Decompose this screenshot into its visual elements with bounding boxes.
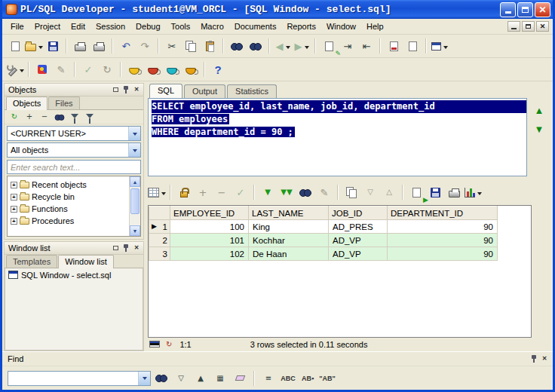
sort-descending-button[interactable]: △ xyxy=(380,183,398,201)
report-button[interactable] xyxy=(385,37,403,55)
sql-editor[interactable]: SELECT employee_id, last_name, job_id, d… xyxy=(148,98,527,176)
tree-scrollbar[interactable]: ▲ ▼ xyxy=(129,176,140,236)
edit-filter-button[interactable] xyxy=(83,111,97,123)
scrollbar-track[interactable] xyxy=(130,187,140,225)
delete-row-button[interactable]: − xyxy=(213,183,231,201)
indent-button[interactable]: ⇥ xyxy=(339,37,357,55)
menu-help[interactable]: Help xyxy=(361,20,389,32)
find-object-button[interactable] xyxy=(53,111,66,123)
cell-employee-id[interactable]: 102 xyxy=(170,247,249,261)
window-list-item[interactable]: SQL Window - select.sql xyxy=(5,268,143,281)
lock-button[interactable] xyxy=(175,183,193,201)
find-text-input[interactable] xyxy=(8,372,138,385)
print-results-button[interactable] xyxy=(445,183,463,201)
auto-refresh-icon[interactable]: ↻ xyxy=(166,341,172,348)
find-previous-button[interactable]: ▲ xyxy=(192,369,210,387)
tree-item-recent-objects[interactable]: + Recent objects xyxy=(11,179,129,191)
cell-last-name[interactable]: King xyxy=(249,220,329,234)
menu-documents[interactable]: Documents xyxy=(229,20,282,32)
processes-button[interactable] xyxy=(182,60,200,78)
schema-select[interactable]: <CURRENT USER> xyxy=(7,126,141,141)
float-panel-button[interactable] xyxy=(110,85,121,95)
regex-option-button[interactable]: ABC xyxy=(279,369,297,387)
break-button[interactable] xyxy=(33,60,51,78)
mdi-restore-button[interactable] xyxy=(522,21,535,32)
find-button[interactable] xyxy=(152,369,170,387)
pin-panel-button[interactable] xyxy=(121,85,131,95)
menu-reports[interactable]: Reports xyxy=(281,20,321,32)
find-text-combo[interactable] xyxy=(8,371,151,386)
rollback-button[interactable]: ↻ xyxy=(98,60,116,78)
list-occurrences-button[interactable]: ≡ xyxy=(259,369,278,387)
pin-panel-button[interactable] xyxy=(121,243,131,253)
tree-item-recycle-bin[interactable]: + Recycle bin xyxy=(11,191,129,203)
connect-button[interactable] xyxy=(125,60,143,78)
menu-window[interactable]: Window xyxy=(321,20,361,32)
cell-last-name[interactable]: Kochhar xyxy=(249,234,329,247)
cell-department-id[interactable]: 90 xyxy=(388,247,498,261)
object-search-input[interactable] xyxy=(8,161,140,173)
export-results-button[interactable]: ▶ xyxy=(407,183,425,201)
menu-session[interactable]: Session xyxy=(90,20,130,32)
mdi-close-button[interactable]: ✕ xyxy=(536,21,549,32)
table-row[interactable]: 2 101 Kochhar AD_VP 90 xyxy=(149,234,498,247)
dropdown-arrow-icon[interactable] xyxy=(128,143,140,157)
close-panel-button[interactable]: ✕ xyxy=(131,243,142,253)
menu-file[interactable]: File xyxy=(5,20,29,32)
row-selector-cell[interactable]: 2 xyxy=(149,234,170,247)
redo-button[interactable]: ↷ xyxy=(136,37,154,55)
find-button[interactable] xyxy=(228,37,246,55)
cell-employee-id[interactable]: 100 xyxy=(170,220,249,234)
save-results-button[interactable] xyxy=(426,183,444,201)
expand-button[interactable]: + xyxy=(23,111,36,123)
cell-last-name[interactable]: De Haan xyxy=(249,247,329,261)
navigate-forward-button[interactable]: ▶ xyxy=(293,37,311,55)
scroll-down-icon[interactable]: ▼ xyxy=(130,225,140,236)
print-button[interactable] xyxy=(71,37,89,55)
cell-employee-id[interactable]: 101 xyxy=(170,234,249,247)
new-window-button[interactable] xyxy=(431,37,449,55)
maximize-button[interactable] xyxy=(517,2,533,17)
dropdown-arrow-icon[interactable] xyxy=(128,127,140,140)
mark-all-button[interactable]: ▦ xyxy=(211,369,229,387)
help-button[interactable]: ? xyxy=(209,60,227,78)
sort-ascending-button[interactable]: ▽ xyxy=(361,183,379,201)
copy-button[interactable] xyxy=(182,37,200,55)
preferences-button[interactable] xyxy=(6,60,24,78)
previous-statement-icon[interactable]: ▲ xyxy=(535,106,544,115)
close-panel-button[interactable]: ✕ xyxy=(539,354,550,364)
whole-word-option-button[interactable]: AB▪ xyxy=(299,369,317,387)
collapse-button[interactable]: − xyxy=(38,111,51,123)
filter-button[interactable] xyxy=(68,111,81,123)
fetch-last-page-button[interactable]: ▼▼ xyxy=(278,183,296,201)
insert-row-button[interactable]: + xyxy=(194,183,212,201)
cut-button[interactable]: ✂ xyxy=(163,37,181,55)
column-header-job-id[interactable]: JOB_ID xyxy=(329,207,388,220)
exact-phrase-option-button[interactable]: "AB" xyxy=(318,369,336,387)
find-in-results-button[interactable] xyxy=(296,183,314,201)
fetch-next-page-button[interactable]: ▼ xyxy=(259,183,277,201)
menu-macro[interactable]: Macro xyxy=(195,20,229,32)
tab-objects[interactable]: Objects xyxy=(6,96,48,110)
new-button[interactable] xyxy=(6,37,24,55)
tab-templates[interactable]: Templates xyxy=(6,255,57,268)
commit-button[interactable]: ✓ xyxy=(79,60,97,78)
expander-icon[interactable]: + xyxy=(11,182,17,188)
tab-sql[interactable]: SQL xyxy=(149,84,182,98)
document-button[interactable] xyxy=(403,37,422,55)
menu-tools[interactable]: Tools xyxy=(166,20,196,32)
row-selector-header[interactable] xyxy=(149,207,170,220)
sessions-button[interactable] xyxy=(163,60,181,78)
menu-project[interactable]: Project xyxy=(29,20,66,32)
print-setup-button[interactable] xyxy=(90,37,108,55)
edit-data-button[interactable]: ✎ xyxy=(315,183,333,201)
refresh-button[interactable]: ↻ xyxy=(8,111,21,123)
edit-script-button[interactable]: ✎ xyxy=(320,37,338,55)
minimize-button[interactable] xyxy=(500,2,516,17)
object-filter-select[interactable]: All objects xyxy=(7,142,141,158)
next-statement-icon[interactable]: ▼ xyxy=(535,124,544,134)
tree-item-functions[interactable]: + Functions xyxy=(11,203,129,215)
expander-icon[interactable]: + xyxy=(11,194,17,201)
cell-department-id[interactable]: 90 xyxy=(388,220,498,234)
save-button[interactable] xyxy=(44,37,62,55)
